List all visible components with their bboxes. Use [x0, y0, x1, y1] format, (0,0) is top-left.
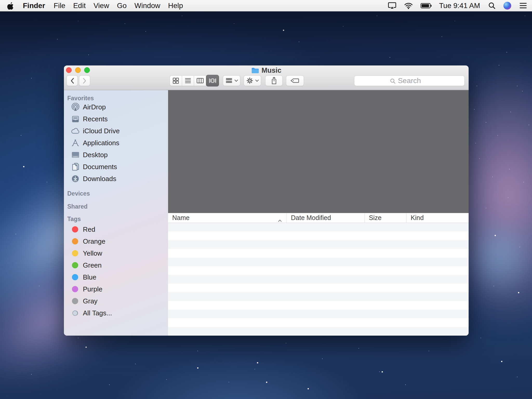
gray-tag-dot — [72, 298, 78, 304]
window-title: Music — [64, 66, 469, 75]
menu-bar-clock[interactable]: Tue 9:41 AM — [436, 2, 484, 10]
menu-bar: Finder File Edit View Go Window Help — [0, 0, 532, 11]
column-view-button[interactable] — [194, 76, 206, 86]
menu-view[interactable]: View — [90, 0, 113, 11]
list-view-button[interactable] — [182, 76, 194, 86]
icon-view-button[interactable] — [170, 76, 182, 86]
blue-tag-dot — [72, 274, 78, 280]
view-mode-control — [170, 75, 219, 86]
file-list-empty[interactable] — [168, 223, 469, 336]
menu-window[interactable]: Window — [130, 0, 164, 11]
red-tag-dot — [72, 226, 78, 232]
section-tags: Tags — [67, 216, 81, 223]
chevron-down-icon — [255, 79, 259, 82]
sidebar-item-airdrop[interactable]: AirDrop — [64, 101, 168, 113]
search-input[interactable] — [354, 76, 464, 86]
list-column-headers: Name Date Modified Size Kind — [168, 213, 469, 223]
recents-icon — [71, 115, 80, 123]
apple-logo-icon — [7, 2, 14, 10]
tag-icon — [291, 78, 299, 84]
back-button[interactable] — [66, 75, 78, 86]
tag-green[interactable]: Green — [64, 259, 168, 271]
column-header-size[interactable]: Size — [365, 213, 407, 223]
all-tags-icon — [72, 310, 78, 316]
notification-center-icon[interactable] — [515, 2, 532, 9]
icloud-drive-icon — [71, 128, 80, 134]
apple-menu[interactable] — [0, 2, 19, 10]
sidebar-item-recents[interactable]: Recents — [64, 113, 168, 125]
column-header-kind[interactable]: Kind — [407, 213, 469, 223]
tag-blue[interactable]: Blue — [64, 271, 168, 283]
group-by-button[interactable] — [223, 75, 240, 86]
sidebar-item-desktop[interactable]: Desktop — [64, 149, 168, 161]
sidebar-item-documents[interactable]: Documents — [64, 161, 168, 173]
content-area: Name Date Modified Size Kind — [168, 90, 469, 336]
sidebar-item-icloud-drive[interactable]: iCloud Drive — [64, 125, 168, 137]
airdrop-icon — [71, 103, 80, 111]
window-title-text: Music — [262, 66, 282, 75]
column-header-date-modified[interactable]: Date Modified — [287, 213, 365, 223]
tag-orange[interactable]: Orange — [64, 235, 168, 247]
column-header-name[interactable]: Name — [168, 213, 287, 223]
cover-flow-view-button[interactable] — [206, 75, 219, 87]
title-bar[interactable]: Music — [64, 65, 469, 90]
menu-file[interactable]: File — [50, 0, 69, 11]
gear-icon — [246, 77, 253, 84]
cover-flow-preview-area — [168, 90, 469, 213]
folder-icon — [251, 67, 259, 74]
airplay-display-icon[interactable] — [384, 2, 400, 9]
siri-icon[interactable] — [500, 2, 515, 10]
downloads-icon — [71, 175, 80, 183]
menu-help[interactable]: Help — [164, 0, 187, 11]
wifi-icon[interactable] — [400, 2, 417, 9]
sidebar-item-applications[interactable]: Applications — [64, 137, 168, 149]
sort-ascending-icon — [278, 216, 282, 224]
all-tags-item[interactable]: All Tags... — [64, 307, 168, 319]
finder-window: Music — [64, 65, 469, 336]
section-favorites: Favorites — [67, 95, 94, 102]
action-gear-button[interactable] — [244, 75, 261, 86]
sidebar-item-downloads[interactable]: Downloads — [64, 173, 168, 185]
section-shared: Shared — [67, 203, 88, 210]
search-icon — [390, 78, 396, 84]
menu-edit[interactable]: Edit — [69, 0, 90, 11]
search-field[interactable] — [354, 75, 465, 86]
section-devices: Devices — [67, 190, 90, 197]
sidebar: Favorites AirDrop Recents — [64, 90, 168, 336]
tag-button[interactable] — [286, 75, 304, 86]
yellow-tag-dot — [72, 250, 78, 256]
menu-finder[interactable]: Finder — [19, 0, 50, 11]
forward-button[interactable] — [79, 75, 90, 86]
orange-tag-dot — [72, 238, 78, 244]
tag-gray[interactable]: Gray — [64, 295, 168, 307]
documents-icon — [71, 163, 80, 171]
share-button[interactable] — [265, 75, 283, 86]
tag-red[interactable]: Red — [64, 223, 168, 235]
spotlight-search-icon[interactable] — [484, 2, 500, 9]
purple-tag-dot — [72, 286, 78, 292]
menu-go[interactable]: Go — [113, 0, 130, 11]
share-icon — [271, 77, 277, 84]
tag-purple[interactable]: Purple — [64, 283, 168, 295]
applications-icon — [71, 139, 80, 147]
chevron-down-icon — [235, 79, 238, 82]
tag-yellow[interactable]: Yellow — [64, 247, 168, 259]
green-tag-dot — [72, 262, 78, 268]
battery-icon[interactable] — [417, 3, 436, 9]
desktop-icon — [71, 151, 80, 158]
